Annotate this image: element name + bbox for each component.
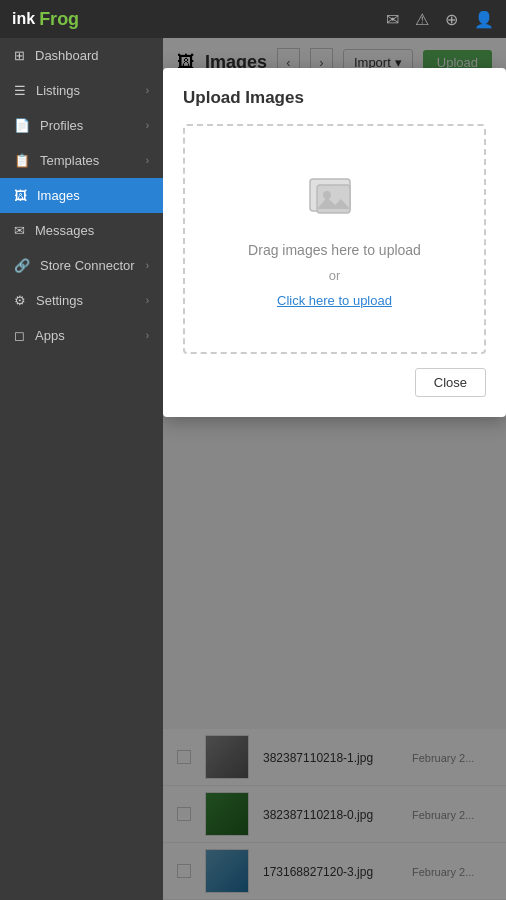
modal-title: Upload Images — [183, 88, 486, 108]
sidebar-item-messages[interactable]: ✉ Messages — [0, 213, 163, 248]
sidebar-item-label: Profiles — [40, 118, 83, 133]
chevron-right-icon: › — [146, 85, 149, 96]
templates-icon: 📋 — [14, 153, 30, 168]
mail-icon[interactable]: ✉ — [386, 10, 399, 29]
sidebar-item-settings[interactable]: ⚙ Settings › — [0, 283, 163, 318]
alert-icon[interactable]: ⚠ — [415, 10, 429, 29]
chevron-right-icon: › — [146, 120, 149, 131]
sidebar-item-listings[interactable]: ☰ Listings › — [0, 73, 163, 108]
close-modal-button[interactable]: Close — [415, 368, 486, 397]
sidebar-item-apps[interactable]: ◻ Apps › — [0, 318, 163, 353]
drop-zone-text: Drag images here to upload — [248, 242, 421, 258]
sidebar-item-label: Listings — [36, 83, 80, 98]
app-logo: inkFrog — [12, 9, 79, 30]
chevron-right-icon: › — [146, 155, 149, 166]
messages-icon: ✉ — [14, 223, 25, 238]
sidebar-item-label: Dashboard — [35, 48, 99, 63]
drop-zone-icon — [305, 171, 365, 232]
main-content: 🖼 Images ‹ › Import ▾ Upload All Images … — [163, 38, 506, 900]
sidebar-item-label: Store Connector — [40, 258, 135, 273]
chevron-right-icon: › — [146, 295, 149, 306]
main-layout: ⊞ Dashboard ☰ Listings › 📄 Profiles › 📋 … — [0, 38, 506, 900]
drop-zone[interactable]: Drag images here to upload or Click here… — [183, 124, 486, 354]
chevron-right-icon: › — [146, 330, 149, 341]
logo-text-ink: ink — [12, 10, 35, 28]
sidebar: ⊞ Dashboard ☰ Listings › 📄 Profiles › 📋 … — [0, 38, 163, 900]
sidebar-item-templates[interactable]: 📋 Templates › — [0, 143, 163, 178]
upload-images-modal: Upload Images Drag images here to upload… — [163, 68, 506, 417]
apps-icon: ◻ — [14, 328, 25, 343]
images-icon: 🖼 — [14, 188, 27, 203]
sidebar-item-label: Apps — [35, 328, 65, 343]
sidebar-item-store-connector[interactable]: 🔗 Store Connector › — [0, 248, 163, 283]
store-connector-icon: 🔗 — [14, 258, 30, 273]
listings-icon: ☰ — [14, 83, 26, 98]
user-icon[interactable]: 👤 — [474, 10, 494, 29]
click-to-upload-link[interactable]: Click here to upload — [277, 293, 392, 308]
sidebar-item-dashboard[interactable]: ⊞ Dashboard — [0, 38, 163, 73]
sidebar-item-profiles[interactable]: 📄 Profiles › — [0, 108, 163, 143]
topbar: inkFrog ✉ ⚠ ⊕ 👤 — [0, 0, 506, 38]
drop-zone-or: or — [329, 268, 341, 283]
sidebar-item-images[interactable]: 🖼 Images — [0, 178, 163, 213]
sidebar-item-label: Settings — [36, 293, 83, 308]
sidebar-item-label: Templates — [40, 153, 99, 168]
modal-footer: Close — [183, 368, 486, 397]
chevron-right-icon: › — [146, 260, 149, 271]
logo-text-frog: Frog — [39, 9, 79, 30]
globe-icon[interactable]: ⊕ — [445, 10, 458, 29]
topbar-icons: ✉ ⚠ ⊕ 👤 — [386, 10, 494, 29]
sidebar-item-label: Messages — [35, 223, 94, 238]
profiles-icon: 📄 — [14, 118, 30, 133]
dashboard-icon: ⊞ — [14, 48, 25, 63]
sidebar-item-label: Images — [37, 188, 80, 203]
settings-icon: ⚙ — [14, 293, 26, 308]
modal-overlay: Upload Images Drag images here to upload… — [163, 38, 506, 900]
